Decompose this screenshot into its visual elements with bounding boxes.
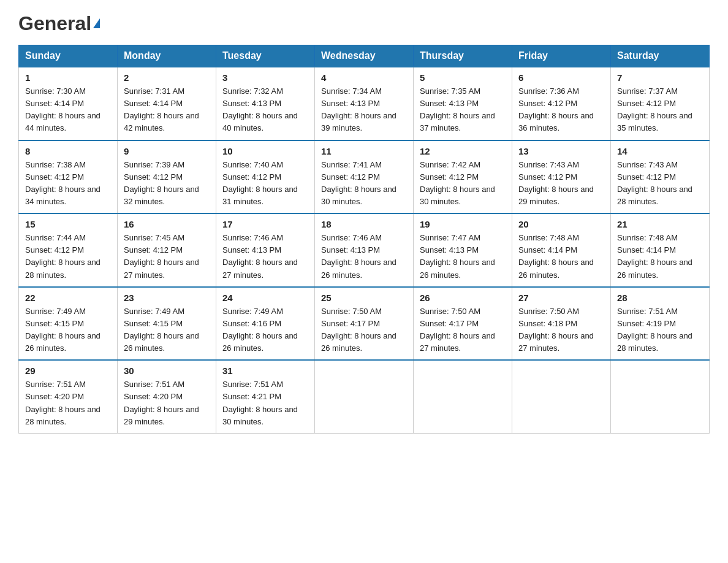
calendar-day-cell <box>315 360 414 433</box>
logo: General <box>18 12 100 33</box>
calendar-week-row: 29 Sunrise: 7:51 AMSunset: 4:20 PMDaylig… <box>19 360 710 433</box>
calendar-day-header: Monday <box>118 45 216 67</box>
calendar-day-cell: 3 Sunrise: 7:32 AMSunset: 4:13 PMDayligh… <box>216 67 315 140</box>
day-info: Sunrise: 7:35 AMSunset: 4:13 PMDaylight:… <box>420 85 506 135</box>
calendar-day-cell: 13 Sunrise: 7:43 AMSunset: 4:12 PMDaylig… <box>512 140 611 214</box>
calendar-day-cell: 28 Sunrise: 7:51 AMSunset: 4:19 PMDaylig… <box>611 287 710 361</box>
calendar-day-cell: 31 Sunrise: 7:51 AMSunset: 4:21 PMDaylig… <box>216 360 315 433</box>
day-number: 2 <box>124 72 210 83</box>
day-number: 6 <box>518 72 604 83</box>
day-number: 22 <box>25 293 111 303</box>
day-number: 12 <box>420 146 506 156</box>
calendar-day-cell <box>512 360 611 433</box>
day-info: Sunrise: 7:49 AMSunset: 4:15 PMDaylight:… <box>25 305 111 355</box>
calendar-day-cell: 1 Sunrise: 7:30 AMSunset: 4:14 PMDayligh… <box>19 67 118 140</box>
day-info: Sunrise: 7:30 AMSunset: 4:14 PMDaylight:… <box>25 85 111 135</box>
day-info: Sunrise: 7:47 AMSunset: 4:13 PMDaylight:… <box>420 232 506 282</box>
day-info: Sunrise: 7:31 AMSunset: 4:14 PMDaylight:… <box>124 85 210 135</box>
day-info: Sunrise: 7:46 AMSunset: 4:13 PMDaylight:… <box>222 232 308 282</box>
day-info: Sunrise: 7:39 AMSunset: 4:12 PMDaylight:… <box>124 159 210 209</box>
day-info: Sunrise: 7:50 AMSunset: 4:18 PMDaylight:… <box>518 305 604 355</box>
calendar-day-cell <box>414 360 512 433</box>
calendar-day-cell: 2 Sunrise: 7:31 AMSunset: 4:14 PMDayligh… <box>118 67 216 140</box>
day-info: Sunrise: 7:46 AMSunset: 4:13 PMDaylight:… <box>321 232 407 282</box>
day-info: Sunrise: 7:48 AMSunset: 4:14 PMDaylight:… <box>518 232 604 282</box>
calendar-week-row: 15 Sunrise: 7:44 AMSunset: 4:12 PMDaylig… <box>19 213 710 287</box>
day-number: 31 <box>222 366 308 376</box>
calendar-day-cell: 27 Sunrise: 7:50 AMSunset: 4:18 PMDaylig… <box>512 287 611 361</box>
day-number: 24 <box>222 293 308 303</box>
calendar-header-row: SundayMondayTuesdayWednesdayThursdayFrid… <box>19 45 710 67</box>
day-info: Sunrise: 7:49 AMSunset: 4:16 PMDaylight:… <box>222 305 308 355</box>
calendar-day-cell: 11 Sunrise: 7:41 AMSunset: 4:12 PMDaylig… <box>315 140 414 214</box>
day-info: Sunrise: 7:34 AMSunset: 4:13 PMDaylight:… <box>321 85 407 135</box>
calendar-day-cell: 18 Sunrise: 7:46 AMSunset: 4:13 PMDaylig… <box>315 213 414 287</box>
day-number: 3 <box>222 72 308 83</box>
day-number: 18 <box>321 219 407 229</box>
day-number: 25 <box>321 293 407 303</box>
day-number: 23 <box>124 293 210 303</box>
day-number: 7 <box>617 72 703 83</box>
day-info: Sunrise: 7:51 AMSunset: 4:21 PMDaylight:… <box>222 378 308 428</box>
calendar-day-header: Saturday <box>611 45 710 67</box>
calendar-week-row: 8 Sunrise: 7:38 AMSunset: 4:12 PMDayligh… <box>19 140 710 214</box>
calendar-day-cell <box>611 360 710 433</box>
day-info: Sunrise: 7:37 AMSunset: 4:12 PMDaylight:… <box>617 85 703 135</box>
calendar-day-cell: 19 Sunrise: 7:47 AMSunset: 4:13 PMDaylig… <box>414 213 512 287</box>
day-info: Sunrise: 7:41 AMSunset: 4:12 PMDaylight:… <box>321 159 407 209</box>
day-info: Sunrise: 7:51 AMSunset: 4:20 PMDaylight:… <box>124 378 210 428</box>
calendar-day-cell: 16 Sunrise: 7:45 AMSunset: 4:12 PMDaylig… <box>118 213 216 287</box>
day-info: Sunrise: 7:42 AMSunset: 4:12 PMDaylight:… <box>420 159 506 209</box>
calendar-day-header: Thursday <box>414 45 512 67</box>
day-number: 11 <box>321 146 407 156</box>
day-info: Sunrise: 7:49 AMSunset: 4:15 PMDaylight:… <box>124 305 210 355</box>
calendar-day-cell: 24 Sunrise: 7:49 AMSunset: 4:16 PMDaylig… <box>216 287 315 361</box>
calendar-day-cell: 7 Sunrise: 7:37 AMSunset: 4:12 PMDayligh… <box>611 67 710 140</box>
calendar-day-cell: 8 Sunrise: 7:38 AMSunset: 4:12 PMDayligh… <box>19 140 118 214</box>
day-number: 26 <box>420 293 506 303</box>
day-number: 9 <box>124 146 210 156</box>
day-info: Sunrise: 7:51 AMSunset: 4:19 PMDaylight:… <box>617 305 703 355</box>
calendar-day-header: Friday <box>512 45 611 67</box>
day-number: 17 <box>222 219 308 229</box>
calendar-day-header: Sunday <box>19 45 118 67</box>
calendar-week-row: 22 Sunrise: 7:49 AMSunset: 4:15 PMDaylig… <box>19 287 710 361</box>
day-info: Sunrise: 7:43 AMSunset: 4:12 PMDaylight:… <box>518 159 604 209</box>
day-info: Sunrise: 7:44 AMSunset: 4:12 PMDaylight:… <box>25 232 111 282</box>
day-number: 10 <box>222 146 308 156</box>
day-number: 21 <box>617 219 703 229</box>
calendar-day-cell: 15 Sunrise: 7:44 AMSunset: 4:12 PMDaylig… <box>19 213 118 287</box>
calendar-day-cell: 6 Sunrise: 7:36 AMSunset: 4:12 PMDayligh… <box>512 67 611 140</box>
calendar-day-cell: 5 Sunrise: 7:35 AMSunset: 4:13 PMDayligh… <box>414 67 512 140</box>
calendar-table: SundayMondayTuesdayWednesdayThursdayFrid… <box>18 45 710 434</box>
calendar-day-cell: 9 Sunrise: 7:39 AMSunset: 4:12 PMDayligh… <box>118 140 216 214</box>
day-number: 27 <box>518 293 604 303</box>
day-number: 14 <box>617 146 703 156</box>
day-number: 16 <box>124 219 210 229</box>
calendar-day-cell: 14 Sunrise: 7:43 AMSunset: 4:12 PMDaylig… <box>611 140 710 214</box>
day-info: Sunrise: 7:45 AMSunset: 4:12 PMDaylight:… <box>124 232 210 282</box>
day-info: Sunrise: 7:51 AMSunset: 4:20 PMDaylight:… <box>25 378 111 428</box>
day-number: 15 <box>25 219 111 229</box>
calendar-day-cell: 23 Sunrise: 7:49 AMSunset: 4:15 PMDaylig… <box>118 287 216 361</box>
day-info: Sunrise: 7:50 AMSunset: 4:17 PMDaylight:… <box>420 305 506 355</box>
calendar-day-header: Wednesday <box>315 45 414 67</box>
calendar-day-cell: 25 Sunrise: 7:50 AMSunset: 4:17 PMDaylig… <box>315 287 414 361</box>
calendar-day-cell: 10 Sunrise: 7:40 AMSunset: 4:12 PMDaylig… <box>216 140 315 214</box>
calendar-day-cell: 20 Sunrise: 7:48 AMSunset: 4:14 PMDaylig… <box>512 213 611 287</box>
day-number: 19 <box>420 219 506 229</box>
day-number: 8 <box>25 146 111 156</box>
day-number: 29 <box>25 366 111 376</box>
calendar-day-cell: 12 Sunrise: 7:42 AMSunset: 4:12 PMDaylig… <box>414 140 512 214</box>
day-info: Sunrise: 7:38 AMSunset: 4:12 PMDaylight:… <box>25 159 111 209</box>
day-number: 30 <box>124 366 210 376</box>
calendar-day-header: Tuesday <box>216 45 315 67</box>
calendar-day-cell: 26 Sunrise: 7:50 AMSunset: 4:17 PMDaylig… <box>414 287 512 361</box>
day-info: Sunrise: 7:43 AMSunset: 4:12 PMDaylight:… <box>617 159 703 209</box>
day-number: 4 <box>321 72 407 83</box>
day-number: 5 <box>420 72 506 83</box>
calendar-day-cell: 29 Sunrise: 7:51 AMSunset: 4:20 PMDaylig… <box>19 360 118 433</box>
day-number: 20 <box>518 219 604 229</box>
calendar-day-cell: 4 Sunrise: 7:34 AMSunset: 4:13 PMDayligh… <box>315 67 414 140</box>
calendar-day-cell: 30 Sunrise: 7:51 AMSunset: 4:20 PMDaylig… <box>118 360 216 433</box>
